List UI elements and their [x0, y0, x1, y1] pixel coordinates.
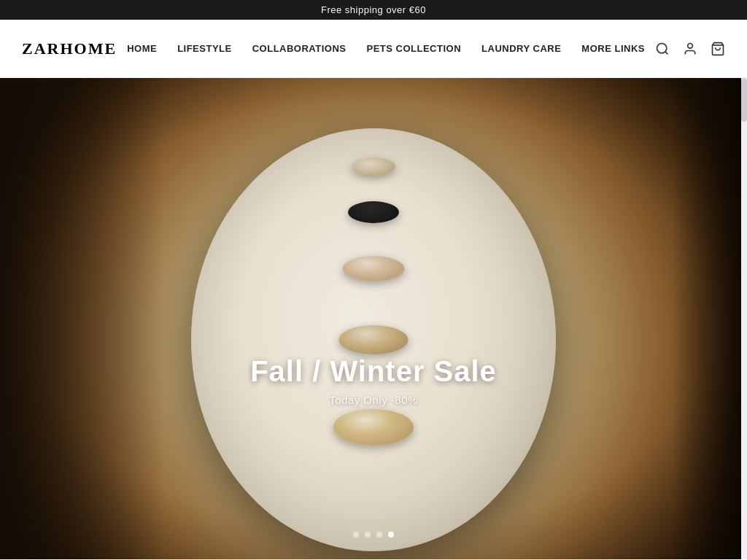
carousel-dot-2[interactable]	[365, 532, 371, 537]
hero-text-overlay: Fall / Winter Sale Today Only -80%	[250, 355, 497, 406]
header: ZARHOME Home LIFESTYLE COLLABORATIONS PE…	[0, 20, 747, 78]
carousel-dot-3[interactable]	[376, 532, 382, 537]
search-icon[interactable]	[655, 42, 670, 56]
oval-table	[191, 128, 556, 551]
nav-item-more-links[interactable]: More Links	[581, 43, 645, 54]
svg-line-1	[665, 51, 668, 54]
bowl-1	[352, 158, 395, 176]
main-nav: Home LIFESTYLE COLLABORATIONS PETS COLLE…	[127, 43, 645, 54]
announcement-bar: Free shipping over €60	[0, 0, 747, 20]
carousel-dot-4[interactable]	[388, 532, 394, 537]
bowl-2	[348, 201, 399, 223]
bowl-5	[333, 409, 414, 446]
header-icons	[655, 42, 725, 56]
account-icon[interactable]	[683, 42, 697, 56]
hero-title: Fall / Winter Sale	[250, 355, 497, 388]
bowl-3	[343, 256, 405, 281]
svg-point-0	[657, 43, 666, 52]
carousel-dots	[353, 532, 394, 537]
cart-icon[interactable]	[711, 42, 725, 56]
hero-section: Fall / Winter Sale Today Only -80%	[0, 78, 747, 559]
nav-item-home[interactable]: Home	[127, 43, 157, 54]
carousel-dot-1[interactable]	[353, 532, 359, 537]
announcement-text: Free shipping over €60	[321, 4, 426, 15]
hero-subtitle: Today Only -80%	[250, 394, 497, 406]
bowl-4	[339, 325, 409, 354]
svg-point-2	[688, 43, 693, 48]
logo[interactable]: ZARHOME	[22, 39, 117, 58]
nav-item-lifestyle[interactable]: LIFESTYLE	[177, 43, 232, 54]
scrollbar-thumb[interactable]	[741, 78, 747, 122]
hero-right-shadow	[673, 78, 747, 559]
nav-item-laundry-care[interactable]: LAUNDRY CARE	[481, 43, 561, 54]
nav-item-pets-collection[interactable]: PETS COLLECTION	[367, 43, 462, 54]
hero-left-shadow	[0, 78, 164, 559]
scrollbar-track	[741, 78, 747, 559]
nav-item-collaborations[interactable]: COLLABORATIONS	[252, 43, 347, 54]
